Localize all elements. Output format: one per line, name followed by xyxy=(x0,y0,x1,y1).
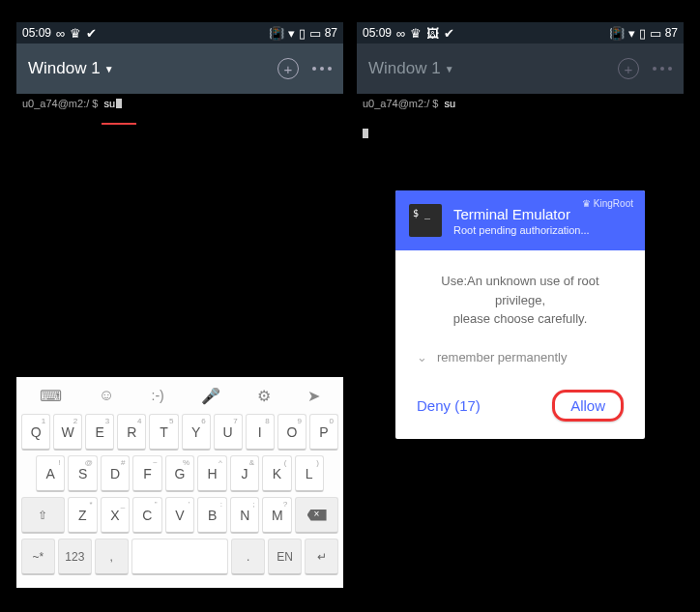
terminal-command: su xyxy=(444,98,455,109)
key-z[interactable]: Z* xyxy=(68,497,98,534)
chevron-down-icon: ⌄ xyxy=(417,350,427,364)
title-bar: Window 1 ▼ + xyxy=(16,44,343,94)
terminal-prompt: u0_a74@m2:/ $ xyxy=(22,98,98,109)
key-f[interactable]: F~ xyxy=(132,455,161,492)
key-,[interactable]: , xyxy=(95,539,129,575)
battery-icon: ▭ xyxy=(650,26,661,41)
window-dropdown[interactable]: Window 1 ▼ xyxy=(368,59,454,78)
highlight-underline xyxy=(102,123,136,125)
allow-button[interactable]: Allow xyxy=(570,397,605,414)
key-c[interactable]: C" xyxy=(132,497,162,534)
window-dropdown[interactable]: Window 1 ▼ xyxy=(28,59,114,78)
battery-percent: 87 xyxy=(665,26,678,40)
vibrate-icon: 📳 xyxy=(269,26,284,41)
key-~*[interactable]: ~* xyxy=(21,539,55,575)
key-u[interactable]: U7 xyxy=(214,414,243,451)
key-a[interactable]: A! xyxy=(36,455,65,492)
key-m[interactable]: M? xyxy=(262,497,292,534)
smiley-key[interactable]: :-) xyxy=(152,388,164,403)
key-e[interactable]: E3 xyxy=(85,414,114,451)
key-.[interactable]: . xyxy=(231,539,265,575)
key-q[interactable]: Q1 xyxy=(21,414,50,451)
key-o[interactable]: O9 xyxy=(277,414,306,451)
popup-subtitle: Root pending authorization... xyxy=(453,224,590,236)
signal-icon: ▯ xyxy=(299,26,306,41)
key-p[interactable]: P0 xyxy=(309,414,338,451)
root-auth-popup: ♛ KingRoot $ _ Terminal Emulator Root pe… xyxy=(395,190,645,439)
signal-icon: ▯ xyxy=(639,26,646,41)
key-123[interactable]: 123 xyxy=(58,539,92,575)
key-d[interactable]: D# xyxy=(101,455,130,492)
battery-percent: 87 xyxy=(325,26,337,40)
terminal-cursor xyxy=(116,99,122,108)
key-x[interactable]: X_ xyxy=(101,497,131,534)
picture-icon: 🖼 xyxy=(426,26,439,41)
key-y[interactable]: Y6 xyxy=(182,414,211,451)
phone-screen-left: 05:09 ∞ ♛ ✔ 📳 ▾ ▯ ▭ 87 Window 1 ▼ + u0_a… xyxy=(16,22,343,113)
wifi-icon: ▾ xyxy=(288,26,295,41)
chevron-down-icon: ▼ xyxy=(104,64,114,74)
infinity-icon: ∞ xyxy=(56,26,65,41)
key-s[interactable]: S@ xyxy=(68,455,97,492)
crown-icon: ♛ xyxy=(410,26,422,41)
key-i[interactable]: I8 xyxy=(246,414,275,451)
keyboard-toolbar: ⌨ ☺ :-) 🎤 ⚙ ➤ xyxy=(21,383,338,408)
popup-title: Terminal Emulator xyxy=(453,206,590,222)
chevron-down-icon: ▼ xyxy=(445,64,454,74)
crown-icon: ♛ xyxy=(70,26,81,41)
check-icon: ✔ xyxy=(444,26,454,41)
shift-key[interactable]: ⇧ xyxy=(21,497,65,534)
mic-icon[interactable]: 🎤 xyxy=(201,387,220,405)
backspace-key[interactable] xyxy=(295,497,338,534)
add-window-button[interactable]: + xyxy=(618,58,639,79)
check-icon: ✔ xyxy=(86,26,97,41)
add-window-button[interactable]: + xyxy=(277,58,299,79)
key-r[interactable]: R4 xyxy=(117,414,146,451)
vibrate-icon: 📳 xyxy=(609,26,625,41)
key-j[interactable]: J& xyxy=(230,455,259,492)
space-key[interactable] xyxy=(131,539,229,575)
key-b[interactable]: B: xyxy=(197,497,227,534)
allow-button-highlight: Allow xyxy=(552,390,624,422)
kingroot-brand: ♛ KingRoot xyxy=(582,198,633,209)
terminal-output[interactable]: u0_a74@m2:/ $ su xyxy=(16,94,343,113)
key-g[interactable]: G% xyxy=(165,455,194,492)
key-n[interactable]: N; xyxy=(230,497,260,534)
status-time: 05:09 xyxy=(22,26,51,40)
key-en[interactable]: EN xyxy=(268,539,302,575)
wifi-icon: ▾ xyxy=(628,26,635,41)
title-bar: Window 1 ▼ + xyxy=(357,44,684,94)
keyboard-icon[interactable]: ⌨ xyxy=(40,387,62,405)
terminal-output[interactable]: u0_a74@m2:/ $ su xyxy=(357,94,684,113)
status-time: 05:09 xyxy=(363,26,392,40)
deny-button[interactable]: Deny (17) xyxy=(417,397,481,414)
emoji-icon[interactable]: ☺ xyxy=(99,387,114,404)
status-bar: 05:09 ∞ ♛ ✔ 📳 ▾ ▯ ▭ 87 xyxy=(16,22,343,44)
remember-toggle[interactable]: ⌄ remember permanently xyxy=(395,344,645,378)
enter-key[interactable]: ↵ xyxy=(305,539,338,575)
terminal-prompt: u0_a74@m2:/ $ xyxy=(363,98,438,109)
arrow-icon[interactable]: ➤ xyxy=(307,387,320,405)
phone-screen-right: 05:09 ∞ ♛ 🖼 ✔ 📳 ▾ ▯ ▭ 87 Window 1 ▼ + u0… xyxy=(357,22,684,113)
popup-body: Use:An unknown use of root privilege, pl… xyxy=(395,250,645,344)
terminal-cursor xyxy=(363,129,368,138)
key-k[interactable]: K( xyxy=(262,455,291,492)
crown-icon: ♛ xyxy=(582,198,591,209)
gear-icon[interactable]: ⚙ xyxy=(257,387,271,405)
key-l[interactable]: L) xyxy=(295,455,324,492)
popup-actions: Deny (17) Allow xyxy=(395,378,645,439)
key-t[interactable]: T5 xyxy=(149,414,178,451)
overflow-menu-button[interactable] xyxy=(653,67,672,71)
key-v[interactable]: V' xyxy=(165,497,195,534)
soft-keyboard: ⌨ ☺ :-) 🎤 ⚙ ➤ Q1W2E3R4T5Y6U7I8O9P0A!S@D#… xyxy=(16,377,343,588)
key-w[interactable]: W2 xyxy=(53,414,82,451)
battery-icon: ▭ xyxy=(309,26,321,41)
overflow-menu-button[interactable] xyxy=(312,67,332,71)
infinity-icon: ∞ xyxy=(396,26,405,41)
terminal-app-icon: $ _ xyxy=(409,204,442,237)
terminal-command: su xyxy=(103,98,115,109)
status-bar: 05:09 ∞ ♛ 🖼 ✔ 📳 ▾ ▯ ▭ 87 xyxy=(357,22,684,44)
key-h[interactable]: H^ xyxy=(197,455,226,492)
